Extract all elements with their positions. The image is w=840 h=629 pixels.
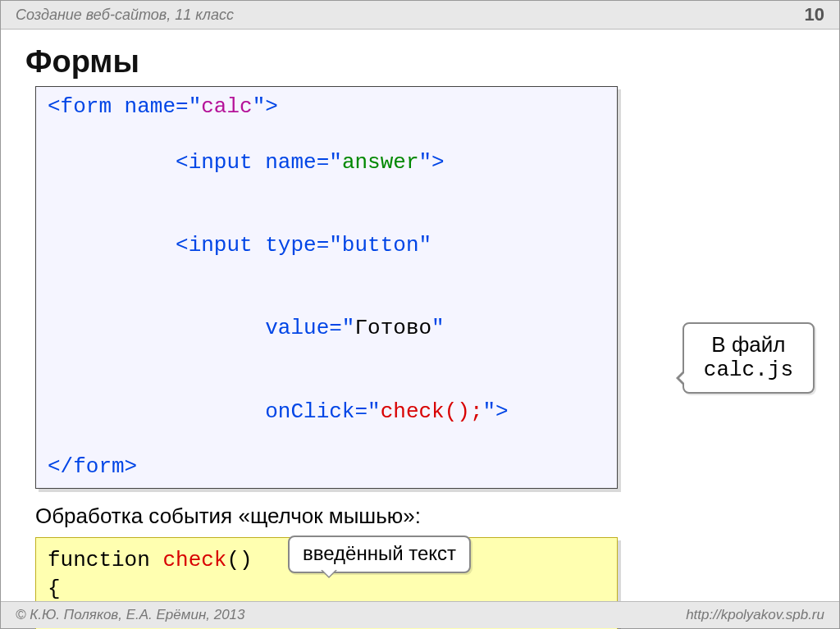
code-text: "> <box>483 399 509 424</box>
page-number: 10 <box>805 4 824 25</box>
page-title: Формы <box>25 44 815 80</box>
code-text: <form name=" <box>48 94 201 119</box>
callout-line: В файл <box>704 332 793 358</box>
code-text: check(); <box>381 399 483 424</box>
code-text: "> <box>419 150 445 175</box>
course-title: Создание веб-сайтов, 11 класс <box>16 7 234 24</box>
code-text: function <box>48 548 162 572</box>
code-text: check <box>162 548 226 572</box>
code-text: calc <box>201 94 252 119</box>
code-text: value=" <box>150 316 355 340</box>
code-text: <input type="button" <box>150 233 445 258</box>
callout-entered-text: введённый текст <box>288 536 471 573</box>
code-text: onClick=" <box>150 399 381 424</box>
html-form-code: <form name="calc"> <input name="answer">… <box>35 86 618 489</box>
callout-filename: calc.js <box>704 358 793 382</box>
code-text: " <box>431 316 445 340</box>
code-text: <input name=" <box>150 150 342 175</box>
header-bar: Создание веб-сайтов, 11 класс 10 <box>1 1 839 30</box>
subheading: Обработка события «щелчок мышью»: <box>35 504 810 529</box>
footer-bar: © К.Ю. Поляков, Е.А. Ерёмин, 2013 http:/… <box>1 601 839 628</box>
code-text: answer <box>342 150 419 175</box>
code-text: "> <box>253 94 278 119</box>
code-text: </form> <box>48 454 137 479</box>
callout-file: В файл calc.js <box>682 322 815 394</box>
copyright: © К.Ю. Поляков, Е.А. Ерёмин, 2013 <box>16 607 245 623</box>
code-text: () <box>226 548 252 572</box>
footer-url: http://kpolyakov.spb.ru <box>686 607 824 623</box>
code-text: Готово <box>354 316 431 340</box>
